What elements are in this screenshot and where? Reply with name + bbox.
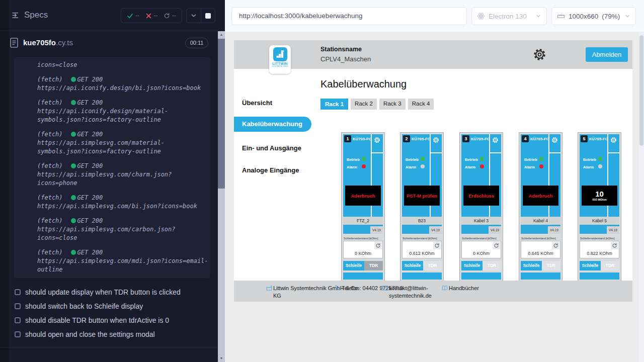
card-settings-gear-icon[interactable] [551, 136, 558, 143]
refresh-icon[interactable] [552, 242, 559, 249]
tdr-button[interactable]: TDR [601, 261, 619, 270]
station-label: Stationsname [320, 46, 362, 53]
betrieb-label: Betrieb [583, 157, 596, 162]
log-entry: (fetch)GET 200https://api.iconify.design… [37, 99, 209, 124]
refresh-icon[interactable] [493, 242, 500, 249]
nav-item-kabelueberwachung[interactable]: Kabelüberwachung [234, 117, 311, 132]
tab-rack-2[interactable]: Rack 2 [351, 99, 377, 110]
runner-divider [0, 347, 218, 347]
test-item[interactable]: should switch back to Schleife display [0, 301, 218, 315]
url-bar[interactable]: http://localhost:3000/kabelueberwachung [231, 7, 467, 25]
runner-scrollbar-thumb[interactable] [218, 39, 225, 189]
refresh-icon[interactable] [611, 242, 618, 249]
nav-item-ein-und-ausgaenge[interactable]: Ein- und Ausgänge [242, 144, 301, 152]
status-display: PST-M prüfen [404, 186, 440, 206]
pending-test-icon [15, 331, 21, 337]
schleife-button[interactable]: Schleife [343, 261, 364, 270]
log-entry: (fetch)GET 200https://api.simplesvg.com/… [37, 217, 209, 242]
alarm-led [362, 164, 366, 168]
stat-value: -- [154, 12, 158, 19]
alarm-led [480, 164, 484, 168]
stop-button[interactable] [201, 9, 215, 23]
check-icon [127, 13, 133, 19]
resistance-display: 0.612 KOhm [402, 241, 442, 258]
log-entry: (fetch)GET 200https://api.iconify.design… [37, 75, 209, 93]
device-front-panel: 3KÜ705-FOBetriebAlarmErdschlussKabel 3V4… [461, 134, 501, 234]
request-status: GET 200 [77, 99, 103, 106]
alarm-led [598, 164, 602, 168]
runner-header: Specs ------ [0, 0, 218, 31]
fetch-label: (fetch) [37, 249, 63, 256]
card-settings-gear-icon[interactable] [610, 136, 617, 143]
schleife-button[interactable]: Schleife [521, 261, 542, 270]
logo-text: LITTWIN [269, 62, 291, 65]
spec-timer: 00:11 [185, 38, 208, 48]
betrieb-indicator: Betrieb [524, 157, 537, 162]
settings-gear-icon[interactable] [533, 48, 546, 61]
device-front-panel: 2KÜ705-FOBetriebAlarmPST-M prüfenB23V4.1… [402, 134, 442, 234]
app-scrollbar-thumb[interactable] [639, 35, 643, 146]
fetch-label: (fetch) [37, 99, 63, 106]
schleife-button[interactable]: Schleife [461, 261, 482, 270]
scroll-down-arrow-icon[interactable]: ▼ [218, 355, 225, 362]
footer-text: kontakt@littwin-systemtechnik.de [389, 285, 445, 300]
nav-item-uebersicht[interactable]: Übersicht [242, 99, 272, 107]
tdr-button[interactable]: TDR [423, 261, 442, 270]
resistance-display: 0 KOhm [343, 241, 383, 258]
logout-button[interactable]: Abmelden [586, 47, 628, 62]
chevron-down-icon [624, 13, 630, 19]
phone-icon [334, 285, 341, 292]
scroll-up-arrow-icon[interactable]: ▲ [218, 31, 225, 38]
app-footer: Littwin Systemtechnik GmbH & Co. KGTelef… [234, 281, 632, 302]
test-title: should switch back to Schleife display [25, 302, 143, 310]
schleife-button[interactable]: Schleife [580, 261, 601, 270]
card-settings-gear-icon[interactable] [492, 136, 499, 143]
tdr-button[interactable]: TDR [364, 261, 383, 270]
betrieb-led [421, 157, 425, 161]
test-item[interactable]: should update display when TDR button is… [0, 287, 218, 301]
tab-rack-3[interactable]: Rack 3 [379, 99, 406, 110]
tdr-button[interactable]: TDR [542, 261, 560, 270]
runner-scrollbar[interactable]: ▲ ▼ [218, 31, 225, 362]
display-status-text: Aderbruch [351, 193, 375, 199]
tab-rack-1[interactable]: Rack 1 [320, 99, 348, 110]
refresh-icon[interactable] [433, 242, 441, 249]
betrieb-led [362, 157, 366, 161]
fetch-label: (fetch) [37, 217, 63, 224]
card-settings-gear-icon[interactable] [433, 136, 439, 143]
request-status: GET 200 [77, 249, 103, 256]
device-card-4: 4KÜ705-FOBetriebAlarmAderbruchKabel 4V4.… [519, 132, 562, 281]
schleife-button[interactable]: Schleife [402, 261, 423, 270]
panel-divider [490, 152, 501, 153]
card-settings-gear-icon[interactable] [374, 136, 380, 143]
littwin-logo: LITTWIN SYSTEMTECHNIK [269, 45, 291, 74]
test-item[interactable]: should disable TDR button when tdrActive… [0, 315, 218, 329]
alarm-indicator: Alarm [465, 165, 475, 169]
browser-select[interactable]: Electron 130 [471, 7, 547, 25]
book-icon [441, 285, 448, 292]
channel-name: Kabel 5 [580, 217, 619, 225]
device-front-panel: 1KÜ705-FOBetriebAlarmAderbruchFTZ_2V4.19 [343, 134, 383, 234]
refresh-icon[interactable] [374, 242, 382, 249]
tdr-button[interactable]: TDR [482, 261, 501, 270]
device-model: KÜ705-FO [589, 137, 608, 141]
alarm-label: Alarm [524, 165, 535, 169]
log-entry: (fetch)GET 200https://api.simplesvg.com/… [37, 162, 209, 188]
tab-rack-4[interactable]: Rack 4 [408, 99, 434, 110]
test-item[interactable]: should open and close the settings modal [0, 329, 218, 343]
status-display: Aderbruch [345, 186, 381, 206]
viewport-size-select[interactable]: 1000x660 (79%) [551, 7, 636, 25]
stat-x: -- [145, 12, 158, 19]
spec-row[interactable]: kue705fo.cy.ts 00:11 [0, 31, 218, 54]
request-url: https://api.simplesvg.com/bi.json?​icons… [37, 202, 209, 211]
alarm-label: Alarm [347, 165, 357, 169]
status-display: Erdschluss [463, 186, 499, 206]
collapse-chevron-button[interactable] [187, 9, 201, 23]
log-entry: (fetch)GET 200https://api.simplesvg.com/… [37, 248, 209, 274]
cypress-runner-panel: Specs ------ kue705fo.cy.ts 00:11 icons=… [0, 0, 225, 362]
specs-menu-icon[interactable] [11, 11, 21, 20]
app-scrollbar[interactable] [639, 32, 644, 362]
betrieb-label: Betrieb [347, 157, 360, 162]
spec-name: kue705fo.cy.ts [23, 38, 73, 47]
nav-item-analoge-eingaenge[interactable]: Analoge Eingänge [242, 166, 299, 174]
